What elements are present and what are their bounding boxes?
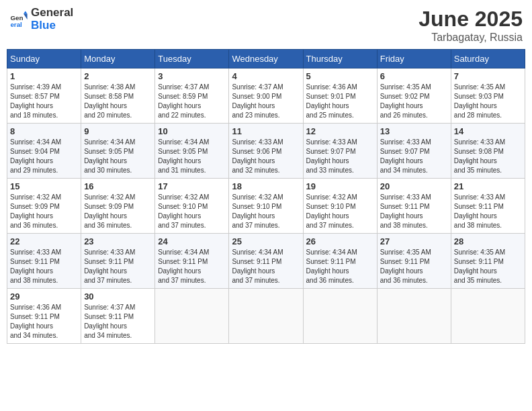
- day-content: Sunrise: 4:33 AM Sunset: 9:08 PM Dayligh…: [454, 138, 522, 175]
- page-header: Gen eral General Blue June 2025 Tarbagat…: [7, 7, 525, 44]
- day-number: 11: [232, 126, 300, 136]
- column-header-monday: Monday: [81, 50, 155, 68]
- day-number: 7: [454, 71, 522, 81]
- day-content: Sunrise: 4:33 AM Sunset: 9:07 PM Dayligh…: [306, 138, 374, 175]
- day-number: 3: [158, 71, 226, 81]
- day-content: Sunrise: 4:37 AM Sunset: 9:11 PM Dayligh…: [84, 303, 152, 340]
- day-number: 5: [306, 71, 374, 81]
- day-content: Sunrise: 4:33 AM Sunset: 9:11 PM Dayligh…: [454, 193, 522, 230]
- day-number: 22: [10, 236, 78, 246]
- calendar-cell: 3 Sunrise: 4:37 AM Sunset: 8:59 PM Dayli…: [155, 68, 229, 124]
- calendar-cell: 29 Sunrise: 4:36 AM Sunset: 9:11 PM Dayl…: [7, 289, 81, 344]
- calendar-cell: 14 Sunrise: 4:33 AM Sunset: 9:08 PM Dayl…: [451, 124, 525, 179]
- day-number: 28: [454, 236, 522, 246]
- day-number: 23: [84, 236, 152, 246]
- day-number: 15: [10, 181, 78, 191]
- calendar-cell: [155, 289, 229, 344]
- day-content: Sunrise: 4:32 AM Sunset: 9:09 PM Dayligh…: [84, 193, 152, 230]
- calendar-cell: 27 Sunrise: 4:35 AM Sunset: 9:11 PM Dayl…: [377, 234, 451, 289]
- svg-marker-3: [24, 13, 28, 19]
- calendar-cell: 22 Sunrise: 4:33 AM Sunset: 9:11 PM Dayl…: [7, 234, 81, 289]
- day-number: 1: [10, 71, 78, 81]
- location-subtitle: Tarbagatay, Russia: [418, 32, 523, 44]
- day-content: Sunrise: 4:35 AM Sunset: 9:02 PM Dayligh…: [380, 83, 448, 120]
- day-content: Sunrise: 4:32 AM Sunset: 9:10 PM Dayligh…: [158, 193, 226, 230]
- day-number: 6: [380, 71, 448, 81]
- calendar-cell: [451, 289, 525, 344]
- day-content: Sunrise: 4:35 AM Sunset: 9:03 PM Dayligh…: [454, 83, 522, 120]
- day-content: Sunrise: 4:32 AM Sunset: 9:10 PM Dayligh…: [232, 193, 300, 230]
- calendar-cell: [303, 289, 377, 344]
- calendar-cell: 11 Sunrise: 4:33 AM Sunset: 9:06 PM Dayl…: [229, 124, 303, 179]
- calendar-cell: 13 Sunrise: 4:33 AM Sunset: 9:07 PM Dayl…: [377, 124, 451, 179]
- day-number: 19: [306, 181, 374, 191]
- month-year-title: June 2025: [418, 7, 523, 32]
- calendar-cell: 25 Sunrise: 4:34 AM Sunset: 9:11 PM Dayl…: [229, 234, 303, 289]
- column-header-saturday: Saturday: [451, 50, 525, 68]
- calendar-week-row: 1 Sunrise: 4:39 AM Sunset: 8:57 PM Dayli…: [7, 68, 525, 124]
- day-number: 21: [454, 181, 522, 191]
- calendar-cell: 21 Sunrise: 4:33 AM Sunset: 9:11 PM Dayl…: [451, 179, 525, 234]
- day-content: Sunrise: 4:33 AM Sunset: 9:11 PM Dayligh…: [380, 193, 448, 230]
- calendar-cell: 7 Sunrise: 4:35 AM Sunset: 9:03 PM Dayli…: [451, 68, 525, 124]
- day-number: 16: [84, 181, 152, 191]
- day-content: Sunrise: 4:32 AM Sunset: 9:10 PM Dayligh…: [306, 193, 374, 230]
- day-number: 9: [84, 126, 152, 136]
- calendar-cell: 28 Sunrise: 4:35 AM Sunset: 9:11 PM Dayl…: [451, 234, 525, 289]
- logo-text: General Blue: [31, 7, 73, 32]
- calendar-cell: 23 Sunrise: 4:33 AM Sunset: 9:11 PM Dayl…: [81, 234, 155, 289]
- logo-blue: Blue: [31, 19, 73, 32]
- calendar-cell: 20 Sunrise: 4:33 AM Sunset: 9:11 PM Dayl…: [377, 179, 451, 234]
- calendar-cell: 12 Sunrise: 4:33 AM Sunset: 9:07 PM Dayl…: [303, 124, 377, 179]
- calendar-cell: 1 Sunrise: 4:39 AM Sunset: 8:57 PM Dayli…: [7, 68, 81, 124]
- calendar-week-row: 8 Sunrise: 4:34 AM Sunset: 9:04 PM Dayli…: [7, 124, 525, 179]
- logo: Gen eral General Blue: [9, 7, 73, 32]
- day-number: 26: [306, 236, 374, 246]
- day-number: 30: [84, 291, 152, 302]
- column-header-wednesday: Wednesday: [229, 50, 303, 68]
- calendar-cell: 30 Sunrise: 4:37 AM Sunset: 9:11 PM Dayl…: [81, 289, 155, 344]
- calendar-cell: 26 Sunrise: 4:34 AM Sunset: 9:11 PM Dayl…: [303, 234, 377, 289]
- day-content: Sunrise: 4:39 AM Sunset: 8:57 PM Dayligh…: [10, 83, 78, 120]
- day-content: Sunrise: 4:34 AM Sunset: 9:11 PM Dayligh…: [232, 248, 300, 285]
- day-number: 17: [158, 181, 226, 191]
- column-header-tuesday: Tuesday: [155, 50, 229, 68]
- calendar-cell: 18 Sunrise: 4:32 AM Sunset: 9:10 PM Dayl…: [229, 179, 303, 234]
- calendar-cell: 24 Sunrise: 4:34 AM Sunset: 9:11 PM Dayl…: [155, 234, 229, 289]
- calendar-cell: 6 Sunrise: 4:35 AM Sunset: 9:02 PM Dayli…: [377, 68, 451, 124]
- day-content: Sunrise: 4:35 AM Sunset: 9:11 PM Dayligh…: [454, 248, 522, 285]
- day-content: Sunrise: 4:32 AM Sunset: 9:09 PM Dayligh…: [10, 193, 78, 230]
- day-content: Sunrise: 4:34 AM Sunset: 9:04 PM Dayligh…: [10, 138, 78, 175]
- column-header-friday: Friday: [377, 50, 451, 68]
- calendar-header-row: SundayMondayTuesdayWednesdayThursdayFrid…: [7, 50, 525, 68]
- day-content: Sunrise: 4:37 AM Sunset: 9:00 PM Dayligh…: [232, 83, 300, 120]
- calendar-cell: 16 Sunrise: 4:32 AM Sunset: 9:09 PM Dayl…: [81, 179, 155, 234]
- logo-general: General: [31, 7, 73, 19]
- calendar-cell: 10 Sunrise: 4:34 AM Sunset: 9:05 PM Dayl…: [155, 124, 229, 179]
- calendar-week-row: 29 Sunrise: 4:36 AM Sunset: 9:11 PM Dayl…: [7, 289, 525, 344]
- calendar-cell: [229, 289, 303, 344]
- calendar-cell: 8 Sunrise: 4:34 AM Sunset: 9:04 PM Dayli…: [7, 124, 81, 179]
- day-number: 25: [232, 236, 300, 246]
- day-number: 24: [158, 236, 226, 246]
- day-content: Sunrise: 4:34 AM Sunset: 9:05 PM Dayligh…: [158, 138, 226, 175]
- calendar-cell: 9 Sunrise: 4:34 AM Sunset: 9:05 PM Dayli…: [81, 124, 155, 179]
- day-content: Sunrise: 4:37 AM Sunset: 8:59 PM Dayligh…: [158, 83, 226, 120]
- day-number: 8: [10, 126, 78, 136]
- day-content: Sunrise: 4:34 AM Sunset: 9:11 PM Dayligh…: [158, 248, 226, 285]
- column-header-sunday: Sunday: [7, 50, 81, 68]
- day-content: Sunrise: 4:36 AM Sunset: 9:01 PM Dayligh…: [306, 83, 374, 120]
- day-number: 13: [380, 126, 448, 136]
- calendar-cell: 2 Sunrise: 4:38 AM Sunset: 8:58 PM Dayli…: [81, 68, 155, 124]
- day-number: 4: [232, 71, 300, 81]
- calendar-table: SundayMondayTuesdayWednesdayThursdayFrid…: [7, 49, 525, 344]
- day-number: 29: [10, 291, 78, 302]
- day-content: Sunrise: 4:33 AM Sunset: 9:06 PM Dayligh…: [232, 138, 300, 175]
- day-content: Sunrise: 4:36 AM Sunset: 9:11 PM Dayligh…: [10, 303, 78, 340]
- calendar-cell: 19 Sunrise: 4:32 AM Sunset: 9:10 PM Dayl…: [303, 179, 377, 234]
- day-number: 10: [158, 126, 226, 136]
- calendar-cell: 4 Sunrise: 4:37 AM Sunset: 9:00 PM Dayli…: [229, 68, 303, 124]
- calendar-cell: [377, 289, 451, 344]
- calendar-cell: 15 Sunrise: 4:32 AM Sunset: 9:09 PM Dayl…: [7, 179, 81, 234]
- logo-icon: Gen eral: [9, 10, 28, 29]
